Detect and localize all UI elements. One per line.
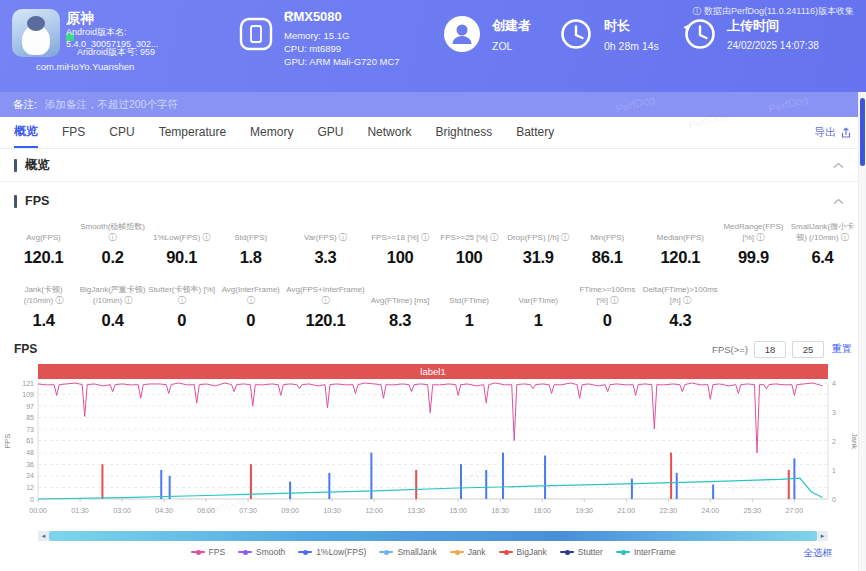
tab-overview[interactable]: 概览 (14, 117, 38, 148)
metric-cell: Avg(FPS)120.1 (10, 222, 77, 267)
metric-label: 1%Low(FPS) ⓘ (148, 222, 215, 243)
svg-text:13:30: 13:30 (407, 507, 425, 514)
select-all-link[interactable]: 全选框 (804, 547, 833, 560)
legend-item-fps[interactable]: FPS (191, 547, 226, 557)
upload-time-label: 上传时间 (727, 17, 779, 35)
svg-text:121: 121 (22, 380, 34, 387)
legend-label: SmallJank (397, 547, 436, 557)
svg-text:85: 85 (26, 414, 34, 421)
svg-text:4: 4 (832, 380, 836, 387)
collector-version-note: ⓘ 数据由PerfDog(11.0.241116)版本收集 (692, 5, 854, 18)
scroll-right-arrow-icon[interactable]: ▸ (817, 531, 828, 541)
device-model: RMX5080 i (284, 11, 295, 22)
svg-text:3: 3 (832, 409, 836, 416)
metric-value: 99.9 (720, 248, 787, 267)
legend-item-1pct-low[interactable]: 1%Low(FPS) (298, 547, 366, 557)
legend-item-stutter[interactable]: Stutter (560, 547, 603, 557)
svg-text:16:30: 16:30 (491, 507, 509, 514)
legend-label: FPS (209, 547, 226, 557)
chart-legend: FPS Smooth 1%Low(FPS) SmallJank Jank Big… (0, 547, 866, 557)
fps-threshold-input-high[interactable] (792, 341, 824, 358)
overview-section-header: 概览 (0, 149, 866, 182)
tab-memory[interactable]: Memory (250, 117, 293, 148)
metric-cell: Std(FPS)1.8 (217, 222, 284, 267)
fps-threshold-label: FPS(>=) (712, 344, 748, 355)
scroll-left-arrow-icon[interactable]: ◂ (38, 531, 49, 541)
header: 原神 Android版本名: 5.4.0_30057195_302... And… (0, 0, 866, 92)
svg-text:15:00: 15:00 (449, 507, 467, 514)
metric-value: 0 (574, 311, 641, 330)
metric-label: SmallJank(微小卡顿) (/10min) ⓘ (789, 222, 856, 243)
tab-gpu[interactable]: GPU (317, 117, 343, 148)
scrollbar-thumb[interactable] (49, 531, 817, 541)
metric-cell: Var(FPS) ⓘ3.3 (286, 222, 364, 267)
app-icon (12, 9, 60, 57)
chart-horizontal-scrollbar[interactable]: ◂ ▸ (38, 531, 828, 541)
tab-network[interactable]: Network (367, 117, 411, 148)
metric-label: Std(FTime) (436, 285, 503, 306)
fps-section-title: FPS (25, 194, 49, 208)
metric-cell: FTime>=100ms [%] ⓘ0 (574, 285, 641, 330)
metric-cell: Jank(卡顿) (/10min) ⓘ1.4 (10, 285, 77, 330)
info-icon[interactable]: i (284, 11, 295, 22)
metric-cell: Delta(FTime)>100ms [/h] ⓘ4.3 (643, 285, 718, 330)
creator-label: 创建者 (492, 17, 531, 35)
svg-text:27:00: 27:00 (786, 507, 804, 514)
legend-label: 1%Low(FPS) (316, 547, 366, 557)
fps-threshold-input-low[interactable] (754, 341, 786, 358)
svg-text:73: 73 (26, 426, 34, 433)
metric-value: 3.3 (286, 248, 364, 267)
chart-header: FPS FPS(>=) 重置 (14, 340, 852, 358)
legend-item-jank[interactable]: Jank (450, 547, 486, 557)
page-scrollbar-thumb[interactable] (860, 98, 865, 166)
metric-cell: MedRange(FPS)[%] ⓘ99.9 (720, 222, 787, 267)
app-package: com.miHoYo.Yuanshen (36, 61, 134, 72)
legend-label: Jank (468, 547, 486, 557)
tab-brightness[interactable]: Brightness (435, 117, 492, 148)
legend-item-smooth[interactable]: Smooth (238, 547, 285, 557)
metric-label: Std(FPS) (217, 222, 284, 243)
legend-marker (499, 551, 513, 553)
export-button[interactable]: 导出 (814, 117, 852, 148)
legend-marker (450, 551, 464, 553)
legend-item-smalljank[interactable]: SmallJank (379, 547, 436, 557)
threshold-reset-button[interactable]: 重置 (832, 342, 852, 356)
note-placeholder: 添加备注，不超过200个字符 (45, 98, 178, 112)
fps-metrics-grid: Avg(FPS)120.1 Smooth(稳帧指数) ⓘ0.2 1%Low(FP… (10, 222, 856, 330)
svg-text:61: 61 (26, 437, 34, 444)
metric-label: Smooth(稳帧指数) ⓘ (79, 222, 146, 243)
metric-cell: Avg(FTime) [ms]8.3 (367, 285, 434, 330)
fps-line-chart[interactable]: 0122436486173859710912101234FPSJank00:00… (0, 379, 866, 529)
fps-section-header: FPS (0, 188, 866, 214)
fps-collapse-chevron-icon[interactable] (833, 198, 844, 205)
overview-section-title: 概览 (25, 157, 50, 174)
metric-cell: 1%Low(FPS) ⓘ90.1 (148, 222, 215, 267)
svg-text:07:30: 07:30 (239, 507, 257, 514)
metric-label: Avg(FPS) (10, 222, 77, 243)
legend-item-interframe[interactable]: InterFrame (616, 547, 676, 557)
svg-text:06:00: 06:00 (197, 507, 215, 514)
tab-temperature[interactable]: Temperature (159, 117, 226, 148)
metric-label: Avg(InterFrame) ⓘ (217, 285, 284, 306)
metric-cell: FPS>=18 [%] ⓘ100 (367, 222, 434, 267)
metric-value: 8.3 (367, 311, 434, 330)
tab-cpu[interactable]: CPU (109, 117, 134, 148)
note-bar[interactable]: 备注: 添加备注，不超过200个字符 (0, 92, 866, 117)
tab-fps[interactable]: FPS (62, 117, 85, 148)
metric-cell: Std(FTime)1 (436, 285, 503, 330)
svg-text:0: 0 (30, 496, 34, 503)
scrollbar-track[interactable] (49, 531, 817, 541)
tab-battery[interactable]: Battery (516, 117, 554, 148)
app-android-version-code: Android版本号: 959 (77, 46, 155, 59)
legend-item-bigjank[interactable]: BigJank (499, 547, 547, 557)
fps-chart-block: FPS FPS(>=) 重置 label1 012243648617385971… (0, 340, 866, 557)
svg-text:1: 1 (832, 467, 836, 474)
metric-value: 4.3 (643, 311, 718, 330)
app-android-version-name: Android版本名: 5.4.0_30057195_302... (66, 33, 74, 41)
metric-label: Var(FTime) (505, 285, 572, 306)
page-scrollbar[interactable] (858, 92, 866, 571)
overview-collapse-chevron-icon[interactable] (833, 162, 844, 169)
metric-value: 0.2 (79, 248, 146, 267)
legend-marker (191, 551, 205, 553)
legend-label: InterFrame (634, 547, 676, 557)
